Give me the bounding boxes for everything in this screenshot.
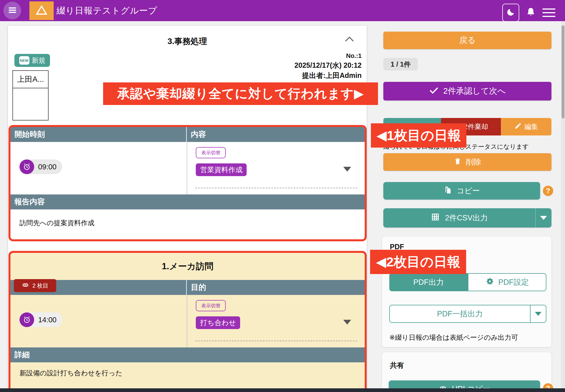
display-toggle-button[interactable]: 表示切替 <box>196 300 226 311</box>
copy-icon <box>444 185 452 196</box>
page: 綴り日報テストグループ 3.事務処理 NEW 新規 上田A... <box>0 0 565 392</box>
time-value-pill: 09:00 <box>19 159 62 174</box>
alarm-clock-icon <box>19 159 34 174</box>
delete-button[interactable]: 削除 <box>383 153 551 171</box>
report-counter: 1 / 1件 <box>383 58 418 71</box>
csv-export-button[interactable]: 2件CSV出力 <box>383 208 551 227</box>
approval-stamp-box: 上田A... <box>12 70 49 121</box>
hamburger-icon <box>8 5 17 16</box>
triangle-logo-icon <box>36 5 47 16</box>
report-content-header: 報告内容 <box>10 194 365 209</box>
trash-icon <box>454 157 462 167</box>
back-button[interactable]: 戻る <box>383 32 551 49</box>
share-heading: 共有 <box>390 361 404 370</box>
dropdown-caret-icon[interactable] <box>343 320 351 325</box>
table-body-row: 14:00 表示切替 打ち合わせ <box>10 295 365 347</box>
hamburger-icon <box>542 8 555 10</box>
report-content-text: 訪問先への提案資料作成 <box>19 218 94 227</box>
pdf-bulk-dropdown-caret[interactable] <box>530 305 546 322</box>
approve-and-next-button[interactable]: 2件承認して次へ <box>383 82 551 100</box>
purpose-tag: 打ち合わせ <box>196 316 240 329</box>
scrollbar-thumb[interactable] <box>562 25 564 119</box>
alarm-clock-icon <box>19 312 34 327</box>
detail-text: 新設備の設計打ち合わせを行った <box>19 369 122 378</box>
annotation-second-report: ◀2枚目の日報 <box>370 250 466 274</box>
report-card: 3.事務処理 NEW 新規 上田A... No.:1 2025/12/17(水)… <box>8 25 367 392</box>
report-section-2: 1.メーカ訪問 2 枚目 訪問時刻 目的 14:00 <box>8 251 367 392</box>
bell-icon <box>525 6 536 19</box>
approver-name: 上田A... <box>13 71 48 88</box>
dashed-divider <box>195 188 357 188</box>
dropdown-caret-icon[interactable] <box>343 167 351 172</box>
moon-icon <box>506 8 515 18</box>
edit-button[interactable]: 編集 <box>501 118 551 135</box>
caret-down-icon <box>535 312 542 316</box>
pdf-bulk-export-button[interactable]: PDF一括出力 <box>389 305 546 323</box>
dark-mode-button[interactable] <box>502 4 519 22</box>
table-body-row: 09:00 表示切替 営業資料作成 <box>10 142 365 194</box>
linked-report-title: 1.メーカ訪問 <box>10 253 365 280</box>
annotation-first-report: ◀1枚目の日報 <box>371 123 466 148</box>
chevron-up-icon <box>345 39 354 43</box>
pdf-settings-button[interactable]: PDF設定 <box>468 273 546 291</box>
display-toggle-button[interactable]: 表示切替 <box>196 147 226 158</box>
menu-button[interactable] <box>3 2 21 19</box>
start-time-value: 09:00 <box>34 163 62 171</box>
bottom-edge-bar <box>0 388 565 392</box>
table-header-row: 開始時刻 内容 <box>10 127 365 142</box>
pdf-note: ※綴り日報の場合は表紙ページのみ出力可 <box>389 333 518 342</box>
pdf-export-button[interactable]: PDF出力 <box>389 273 468 291</box>
pdf-segmented-control: PDF出力 PDF設定 <box>389 273 546 291</box>
new-icon: NEW <box>19 56 29 65</box>
gear-icon <box>485 277 494 288</box>
report-meta: No.:1 2025/12/17(水) 20:12 提出者:上田Admin <box>294 52 362 80</box>
new-label: 新規 <box>32 56 45 65</box>
annotation-approval-note: 承認や棄却綴り全てに対して行われます▶ <box>103 82 378 105</box>
collapse-button[interactable] <box>345 35 354 43</box>
table-grid-icon <box>431 213 440 224</box>
pencil-icon <box>514 122 522 131</box>
copy-button[interactable]: コピー <box>383 182 540 200</box>
status-badge-new: NEW 新規 <box>14 54 50 67</box>
dashed-divider <box>195 341 357 341</box>
app-logo[interactable] <box>29 1 54 20</box>
report-datetime: 2025/12/17(水) 20:12 <box>294 60 362 70</box>
notifications-button[interactable] <box>525 6 537 19</box>
caret-down-icon <box>540 216 547 220</box>
linked-page-label: 2 枚目 <box>32 282 49 290</box>
check-icon <box>429 86 439 97</box>
report-submitter: 提出者:上田Admin <box>294 70 362 80</box>
page-title: 綴り日報テストグループ <box>56 0 157 21</box>
column-header-purpose: 目的 <box>187 280 365 295</box>
overflow-menu-button[interactable] <box>542 7 555 19</box>
visit-time-value: 14:00 <box>34 316 62 324</box>
content-tag: 営業資料作成 <box>196 163 247 176</box>
detail-header: 詳細 <box>10 347 365 362</box>
column-header-start-time: 開始時刻 <box>10 127 187 142</box>
app-header: 綴り日報テストグループ <box>0 0 565 21</box>
column-header-content: 内容 <box>187 127 365 142</box>
copy-help-button[interactable]: ? <box>543 186 553 196</box>
table-header-row: 訪問時刻 目的 <box>10 280 365 295</box>
report-section-1: 開始時刻 内容 09:00 表示切替 営業資料作成 <box>8 125 367 241</box>
scrollbar-track[interactable] <box>561 21 565 392</box>
report-number: No.:1 <box>294 52 362 60</box>
time-value-pill: 14:00 <box>19 312 62 327</box>
csv-dropdown-caret[interactable] <box>535 208 551 227</box>
report-title: 3.事務処理 <box>8 36 367 47</box>
link-icon <box>22 281 29 290</box>
linked-page-badge: 2 枚目 <box>14 279 56 292</box>
